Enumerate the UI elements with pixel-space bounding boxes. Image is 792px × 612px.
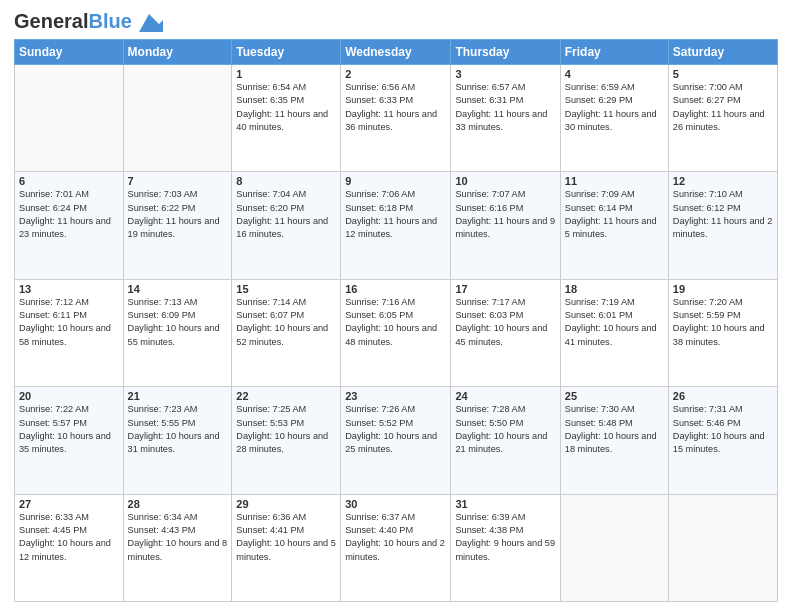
day-number: 11 <box>565 175 664 187</box>
calendar-cell: 10Sunrise: 7:07 AM Sunset: 6:16 PM Dayli… <box>451 172 560 279</box>
day-info: Sunrise: 7:03 AM Sunset: 6:22 PM Dayligh… <box>128 188 228 241</box>
logo: GeneralBlue <box>14 10 163 33</box>
day-number: 3 <box>455 68 555 80</box>
weekday-header: Saturday <box>668 40 777 65</box>
day-number: 10 <box>455 175 555 187</box>
calendar-cell <box>668 494 777 601</box>
day-number: 18 <box>565 283 664 295</box>
day-info: Sunrise: 7:09 AM Sunset: 6:14 PM Dayligh… <box>565 188 664 241</box>
page: GeneralBlue SundayMondayTuesdayWednesday… <box>0 0 792 612</box>
day-info: Sunrise: 6:57 AM Sunset: 6:31 PM Dayligh… <box>455 81 555 134</box>
day-info: Sunrise: 7:10 AM Sunset: 6:12 PM Dayligh… <box>673 188 773 241</box>
calendar-cell: 2Sunrise: 6:56 AM Sunset: 6:33 PM Daylig… <box>341 65 451 172</box>
calendar-cell: 27Sunrise: 6:33 AM Sunset: 4:45 PM Dayli… <box>15 494 124 601</box>
calendar-cell: 31Sunrise: 6:39 AM Sunset: 4:38 PM Dayli… <box>451 494 560 601</box>
day-info: Sunrise: 7:28 AM Sunset: 5:50 PM Dayligh… <box>455 403 555 456</box>
day-number: 2 <box>345 68 446 80</box>
calendar-cell: 30Sunrise: 6:37 AM Sunset: 4:40 PM Dayli… <box>341 494 451 601</box>
header: GeneralBlue <box>14 10 778 33</box>
day-info: Sunrise: 6:54 AM Sunset: 6:35 PM Dayligh… <box>236 81 336 134</box>
calendar-cell: 3Sunrise: 6:57 AM Sunset: 6:31 PM Daylig… <box>451 65 560 172</box>
day-number: 25 <box>565 390 664 402</box>
calendar-week-row: 1Sunrise: 6:54 AM Sunset: 6:35 PM Daylig… <box>15 65 778 172</box>
day-info: Sunrise: 7:22 AM Sunset: 5:57 PM Dayligh… <box>19 403 119 456</box>
day-number: 17 <box>455 283 555 295</box>
weekday-header: Thursday <box>451 40 560 65</box>
weekday-header: Sunday <box>15 40 124 65</box>
calendar-cell: 22Sunrise: 7:25 AM Sunset: 5:53 PM Dayli… <box>232 387 341 494</box>
calendar-cell: 14Sunrise: 7:13 AM Sunset: 6:09 PM Dayli… <box>123 279 232 386</box>
day-number: 6 <box>19 175 119 187</box>
day-info: Sunrise: 7:31 AM Sunset: 5:46 PM Dayligh… <box>673 403 773 456</box>
day-info: Sunrise: 6:56 AM Sunset: 6:33 PM Dayligh… <box>345 81 446 134</box>
day-number: 14 <box>128 283 228 295</box>
calendar-cell: 12Sunrise: 7:10 AM Sunset: 6:12 PM Dayli… <box>668 172 777 279</box>
calendar-cell: 9Sunrise: 7:06 AM Sunset: 6:18 PM Daylig… <box>341 172 451 279</box>
day-info: Sunrise: 6:34 AM Sunset: 4:43 PM Dayligh… <box>128 511 228 564</box>
day-number: 15 <box>236 283 336 295</box>
day-info: Sunrise: 7:01 AM Sunset: 6:24 PM Dayligh… <box>19 188 119 241</box>
logo-text: GeneralBlue <box>14 10 132 33</box>
calendar: SundayMondayTuesdayWednesdayThursdayFrid… <box>14 39 778 602</box>
logo-icon <box>135 14 163 32</box>
day-number: 21 <box>128 390 228 402</box>
day-number: 28 <box>128 498 228 510</box>
calendar-week-row: 13Sunrise: 7:12 AM Sunset: 6:11 PM Dayli… <box>15 279 778 386</box>
calendar-cell: 13Sunrise: 7:12 AM Sunset: 6:11 PM Dayli… <box>15 279 124 386</box>
calendar-cell: 28Sunrise: 6:34 AM Sunset: 4:43 PM Dayli… <box>123 494 232 601</box>
day-number: 12 <box>673 175 773 187</box>
calendar-cell: 24Sunrise: 7:28 AM Sunset: 5:50 PM Dayli… <box>451 387 560 494</box>
day-number: 9 <box>345 175 446 187</box>
day-number: 30 <box>345 498 446 510</box>
day-info: Sunrise: 7:26 AM Sunset: 5:52 PM Dayligh… <box>345 403 446 456</box>
weekday-header-row: SundayMondayTuesdayWednesdayThursdayFrid… <box>15 40 778 65</box>
weekday-header: Tuesday <box>232 40 341 65</box>
day-info: Sunrise: 7:20 AM Sunset: 5:59 PM Dayligh… <box>673 296 773 349</box>
calendar-cell: 18Sunrise: 7:19 AM Sunset: 6:01 PM Dayli… <box>560 279 668 386</box>
day-info: Sunrise: 7:30 AM Sunset: 5:48 PM Dayligh… <box>565 403 664 456</box>
day-info: Sunrise: 7:12 AM Sunset: 6:11 PM Dayligh… <box>19 296 119 349</box>
day-info: Sunrise: 7:14 AM Sunset: 6:07 PM Dayligh… <box>236 296 336 349</box>
day-info: Sunrise: 7:19 AM Sunset: 6:01 PM Dayligh… <box>565 296 664 349</box>
day-number: 8 <box>236 175 336 187</box>
day-info: Sunrise: 7:13 AM Sunset: 6:09 PM Dayligh… <box>128 296 228 349</box>
day-number: 19 <box>673 283 773 295</box>
calendar-cell <box>560 494 668 601</box>
day-number: 13 <box>19 283 119 295</box>
day-info: Sunrise: 7:00 AM Sunset: 6:27 PM Dayligh… <box>673 81 773 134</box>
calendar-cell: 17Sunrise: 7:17 AM Sunset: 6:03 PM Dayli… <box>451 279 560 386</box>
calendar-cell: 23Sunrise: 7:26 AM Sunset: 5:52 PM Dayli… <box>341 387 451 494</box>
day-info: Sunrise: 7:06 AM Sunset: 6:18 PM Dayligh… <box>345 188 446 241</box>
calendar-cell <box>15 65 124 172</box>
day-info: Sunrise: 6:39 AM Sunset: 4:38 PM Dayligh… <box>455 511 555 564</box>
calendar-cell: 6Sunrise: 7:01 AM Sunset: 6:24 PM Daylig… <box>15 172 124 279</box>
calendar-cell: 15Sunrise: 7:14 AM Sunset: 6:07 PM Dayli… <box>232 279 341 386</box>
day-info: Sunrise: 7:16 AM Sunset: 6:05 PM Dayligh… <box>345 296 446 349</box>
weekday-header: Wednesday <box>341 40 451 65</box>
day-info: Sunrise: 7:25 AM Sunset: 5:53 PM Dayligh… <box>236 403 336 456</box>
calendar-cell: 21Sunrise: 7:23 AM Sunset: 5:55 PM Dayli… <box>123 387 232 494</box>
day-number: 4 <box>565 68 664 80</box>
day-info: Sunrise: 6:37 AM Sunset: 4:40 PM Dayligh… <box>345 511 446 564</box>
day-info: Sunrise: 6:33 AM Sunset: 4:45 PM Dayligh… <box>19 511 119 564</box>
calendar-week-row: 20Sunrise: 7:22 AM Sunset: 5:57 PM Dayli… <box>15 387 778 494</box>
day-number: 23 <box>345 390 446 402</box>
weekday-header: Monday <box>123 40 232 65</box>
day-number: 31 <box>455 498 555 510</box>
day-number: 7 <box>128 175 228 187</box>
day-info: Sunrise: 7:07 AM Sunset: 6:16 PM Dayligh… <box>455 188 555 241</box>
calendar-cell: 4Sunrise: 6:59 AM Sunset: 6:29 PM Daylig… <box>560 65 668 172</box>
calendar-cell: 29Sunrise: 6:36 AM Sunset: 4:41 PM Dayli… <box>232 494 341 601</box>
day-number: 5 <box>673 68 773 80</box>
day-number: 22 <box>236 390 336 402</box>
calendar-cell: 5Sunrise: 7:00 AM Sunset: 6:27 PM Daylig… <box>668 65 777 172</box>
calendar-cell: 26Sunrise: 7:31 AM Sunset: 5:46 PM Dayli… <box>668 387 777 494</box>
calendar-cell: 19Sunrise: 7:20 AM Sunset: 5:59 PM Dayli… <box>668 279 777 386</box>
calendar-cell: 20Sunrise: 7:22 AM Sunset: 5:57 PM Dayli… <box>15 387 124 494</box>
weekday-header: Friday <box>560 40 668 65</box>
calendar-cell: 25Sunrise: 7:30 AM Sunset: 5:48 PM Dayli… <box>560 387 668 494</box>
svg-marker-0 <box>139 14 163 32</box>
day-number: 1 <box>236 68 336 80</box>
calendar-cell: 8Sunrise: 7:04 AM Sunset: 6:20 PM Daylig… <box>232 172 341 279</box>
day-number: 16 <box>345 283 446 295</box>
